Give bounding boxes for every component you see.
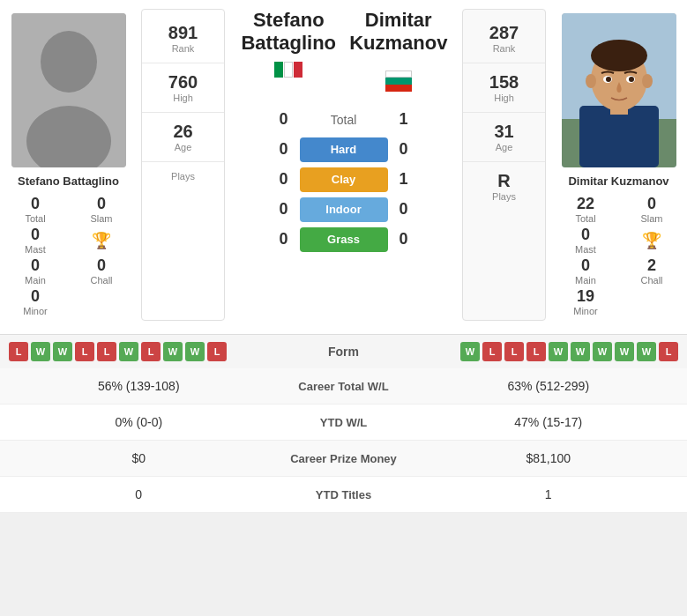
- right-main-label: Main: [557, 275, 615, 286]
- total-right-score: 1: [395, 110, 413, 129]
- hard-left-score: 0: [275, 140, 293, 159]
- right-main-cell: 0 Main: [557, 256, 615, 286]
- svg-point-10: [642, 74, 653, 88]
- right-trophy-cell: 🏆: [624, 226, 681, 255]
- right-mast-cell: 0 Mast: [557, 226, 615, 255]
- form-label: Form: [300, 345, 388, 359]
- form-section: LWWLLWLWWL Form WLLLWWWWWL: [0, 334, 687, 368]
- comparison-row-2-center: Career Prize Money: [265, 452, 423, 465]
- svg-rect-5: [579, 106, 659, 167]
- left-high-label: High: [146, 93, 220, 103]
- left-form-badge-w: W: [185, 342, 205, 361]
- left-mast-cell: 0 Mast: [7, 226, 64, 255]
- left-main-label: Main: [7, 275, 64, 286]
- comparison-row-0-right: 63% (512-299): [423, 379, 675, 393]
- svg-point-13: [606, 77, 611, 82]
- hard-right-score: 0: [395, 140, 413, 159]
- grass-left-score: 0: [275, 230, 293, 249]
- left-player-section: Stefano Battaglino 0 Total 0 Slam 0 Mast…: [0, 9, 137, 321]
- right-minor-label: Minor: [557, 306, 615, 316]
- left-slam-value: 0: [73, 195, 131, 213]
- hard-badge: Hard: [300, 137, 388, 162]
- comparison-row-0-left: 56% (139-108): [13, 379, 265, 393]
- right-rank-label: Rank: [467, 43, 541, 54]
- total-badge: Total: [300, 108, 388, 132]
- clay-label: Clay: [332, 173, 355, 186]
- left-slam-label: Slam: [73, 213, 131, 224]
- left-plays-label: Plays: [146, 171, 220, 182]
- clay-left-score: 0: [275, 170, 293, 189]
- left-name-line2: Battaglino: [241, 32, 336, 54]
- left-form-badge-l: L: [97, 342, 116, 361]
- left-stats-grid: 0 Total 0 Slam 0 Mast 🏆 0 Main: [7, 195, 131, 316]
- left-rank-label: Rank: [146, 43, 220, 54]
- left-form-badge-l: L: [141, 342, 161, 361]
- left-age-block: 26 Age: [142, 113, 224, 162]
- right-chall-label: Chall: [624, 275, 681, 286]
- comparison-row-3: 0YTD Titles1: [0, 477, 687, 513]
- left-chall-value: 0: [73, 256, 131, 275]
- left-name-line1: Stefano: [253, 9, 325, 31]
- right-slam-cell: 0 Slam: [624, 195, 681, 224]
- top-section: Stefano Battaglino 0 Total 0 Slam 0 Mast…: [0, 0, 687, 330]
- comparison-row-2-right: $81,100: [423, 451, 675, 465]
- left-minor-label: Minor: [7, 306, 64, 316]
- grass-badge: Grass: [300, 227, 388, 252]
- left-form-badge-l: L: [9, 342, 28, 361]
- right-slam-label: Slam: [624, 213, 681, 224]
- bg-flag-red: [385, 85, 412, 92]
- comparison-row-2: $0Career Prize Money$81,100: [0, 441, 687, 477]
- left-main-cell: 0 Main: [7, 256, 64, 286]
- right-form-badge-w: W: [593, 342, 612, 361]
- total-label: Total: [331, 113, 357, 127]
- left-rank-block: 891 Rank: [142, 14, 224, 63]
- left-flag: [234, 60, 344, 83]
- comparison-row-1: 0% (0-0)YTD W/L47% (15-17): [0, 404, 687, 441]
- right-form-badge-w: W: [637, 342, 656, 361]
- indoor-label: Indoor: [325, 203, 361, 216]
- flag-green: [274, 62, 283, 78]
- left-minor-value: 0: [7, 287, 64, 306]
- right-trophy-icon: 🏆: [642, 231, 661, 250]
- right-form-badge-l: L: [482, 342, 502, 361]
- svg-point-1: [41, 31, 97, 93]
- right-rank-value: 287: [467, 23, 541, 43]
- indoor-right-score: 0: [395, 200, 413, 219]
- left-total-value: 0: [7, 195, 64, 213]
- left-age-value: 26: [146, 122, 220, 142]
- indoor-badge: Indoor: [300, 197, 388, 222]
- indoor-left-score: 0: [275, 200, 293, 219]
- right-player-header: DimitarKuzmanov: [344, 9, 454, 56]
- left-center-stats: 891 Rank 760 High 26 Age Plays: [141, 9, 225, 321]
- comparison-row-1-left: 0% (0-0): [13, 415, 265, 429]
- right-minor-cell: 19 Minor: [557, 287, 615, 316]
- left-form-badges: LWWLLWLWWL: [9, 342, 300, 361]
- main-container: Stefano Battaglino 0 Total 0 Slam 0 Mast…: [0, 0, 687, 513]
- hard-row: 0 Hard 0: [234, 137, 453, 162]
- left-form-badge-w: W: [163, 342, 183, 361]
- right-flag: [344, 60, 454, 92]
- left-chall-cell: 0 Chall: [73, 256, 131, 286]
- clay-badge: Clay: [300, 167, 388, 192]
- comparison-row-3-center: YTD Titles: [265, 488, 423, 501]
- hard-label: Hard: [331, 143, 357, 156]
- left-plays-block: Plays: [142, 162, 224, 190]
- left-rank-value: 891: [146, 23, 220, 43]
- right-plays-block: R Plays: [463, 162, 545, 211]
- right-age-value: 31: [467, 122, 541, 142]
- grass-right-score: 0: [395, 230, 413, 249]
- trophy-icon: 🏆: [92, 231, 111, 250]
- right-form-badge-l: L: [504, 342, 524, 361]
- bg-flag-green: [385, 78, 412, 85]
- left-form-badge-w: W: [53, 342, 72, 361]
- left-player-photo: [11, 13, 126, 167]
- comparison-row-1-center: YTD W/L: [265, 416, 423, 429]
- right-player-section: Dimitar Kuzmanov 22 Total 0 Slam 0 Mast …: [550, 9, 687, 321]
- left-high-value: 760: [146, 72, 220, 93]
- flag-red: [294, 62, 302, 78]
- right-center-stats: 287 Rank 158 High 31 Age R Plays: [462, 9, 546, 321]
- right-stats-grid: 22 Total 0 Slam 0 Mast 🏆 0 Main: [557, 195, 681, 316]
- right-high-block: 158 High: [463, 63, 545, 113]
- flag-white: [284, 62, 293, 78]
- left-form-badge-w: W: [31, 342, 50, 361]
